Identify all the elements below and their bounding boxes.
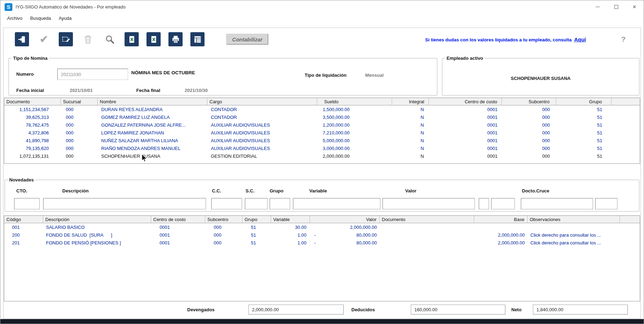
cto-label: CTO. [16, 188, 27, 193]
detalle-cell: 2,000,000.00 [474, 231, 528, 239]
cc-input[interactable] [211, 198, 242, 209]
svg-text:X: X [152, 37, 155, 42]
empleados-row-6[interactable]: 1,072,135,131000SCHOPENHAUER SUSANAGESTI… [4, 152, 640, 160]
docto-cruce-label: Docto.Cruce [522, 188, 549, 193]
titlebar[interactable]: S IYG-SIIGO Automatico de Novedades - Po… [0, 0, 644, 13]
search-icon [104, 34, 115, 45]
window-title: IYG-SIIGO Automatico de Novedades - Por … [16, 4, 126, 10]
empleados-row-2[interactable]: 78,762,475000GONZALEZ PATERNINA JOSE ALF… [4, 121, 640, 129]
empleados-header-7: Subcentro [502, 98, 556, 105]
printer-icon [171, 35, 180, 44]
empleados-cell: 000 [502, 113, 556, 121]
totals-bar: Devengados 2,000,000.00 Deducidos 160,00… [4, 305, 640, 316]
maximize-icon [614, 5, 618, 9]
detalle-row-1[interactable]: 200FONDO DE SALUD [SURA ]0001000511.00-8… [4, 231, 640, 239]
aux1-input[interactable] [479, 198, 489, 209]
empleados-cell: SCHOPENHAUER SUSANA [98, 152, 207, 160]
empleados-cell: CONTADOR [207, 105, 317, 113]
valor-input[interactable] [383, 198, 475, 209]
maximize-button[interactable] [607, 0, 625, 13]
minimize-icon [596, 7, 600, 7]
empleados-cell: 51 [556, 144, 611, 152]
help-message-text: Si tienes dudas con los valores liquidad… [425, 37, 572, 42]
edit-selection-button[interactable] [59, 32, 73, 46]
help-link-aqui[interactable]: Aquí [574, 36, 586, 42]
detalle-cell: 001 [4, 223, 43, 231]
deducidos-label: Deducidos [351, 307, 375, 312]
excel-export-button[interactable]: X [125, 32, 139, 46]
empleados-cell: 79,135,620 [4, 144, 61, 152]
empleados-cell: 0001 [429, 152, 502, 160]
empleados-cell: 2,000,000.00 [317, 152, 392, 160]
empleados-cell: 000 [61, 129, 98, 137]
svg-text:X: X [130, 37, 133, 42]
numero-label: Numero [16, 71, 34, 77]
empleados-cell: 0001 [429, 137, 502, 144]
close-button[interactable]: ✕ [625, 0, 644, 13]
menu-busqueda[interactable]: Busqueda [27, 15, 54, 22]
detalle-row-0[interactable]: 001SALARIO BASICO00010005130.002,000,000… [4, 223, 640, 231]
empleados-cell: 000 [502, 105, 556, 113]
menu-archivo[interactable]: Archivo [4, 15, 25, 22]
detalle-header-5: Variable [271, 216, 310, 223]
numero-input[interactable]: 20211030 [57, 69, 128, 80]
devengados-value: 2,000,000.00 [252, 307, 279, 312]
fecha-final-value: 2021/10/30 [185, 88, 208, 93]
empleados-header-8: Grupo [556, 98, 611, 105]
empleados-header-4: Sueldo [317, 98, 392, 105]
grupo-label: Grupo [270, 188, 283, 193]
detalle-row-2[interactable]: 201FONDO DE PENSIÓ [PENSIONES ]000100051… [4, 239, 640, 247]
cto-input[interactable] [14, 198, 40, 209]
aux3-input[interactable] [595, 198, 617, 209]
selection-rect-icon [61, 35, 71, 44]
empleados-cell: 000 [502, 129, 556, 137]
empleados-row-0[interactable]: 1,151,234,567000DURAN REYES ALEJANDRACON… [4, 105, 640, 113]
detalle-header-9: Observaciones [528, 216, 620, 223]
detalle-cell: 2,000,000.00 [310, 223, 380, 231]
menubar: Archivo Busqueda Ayuda [0, 13, 644, 23]
empleados-cell: 1,200,000.00 [317, 121, 392, 129]
empleados-cell: N [392, 121, 429, 129]
empleados-cell-filler [611, 113, 640, 121]
accounting-book-button[interactable] [190, 32, 205, 46]
docto-cruce-input[interactable] [521, 198, 593, 209]
empleados-cell: 0001 [429, 129, 502, 137]
detalle-cell: -80,000.00 [310, 239, 380, 247]
contabilizar-button[interactable]: Contabilizar [226, 34, 268, 45]
print-button[interactable] [168, 32, 183, 46]
devengados-box: 2,000,000.00 [248, 305, 344, 314]
delete-button[interactable] [81, 32, 95, 46]
sc-input[interactable] [245, 198, 268, 209]
empleados-cell: 000 [502, 137, 556, 144]
descripcion-input[interactable] [43, 198, 206, 209]
minimize-button[interactable] [588, 0, 607, 13]
detalle-cell: 30.00 [271, 223, 310, 231]
detalle-cell: 51 [242, 231, 271, 239]
empleados-cell: N [392, 113, 429, 121]
empleados-header-5: Integral [392, 98, 429, 105]
detalle-cell: 51 [242, 239, 271, 247]
exit-button[interactable] [15, 32, 29, 46]
confirm-button[interactable]: ✔ [37, 32, 51, 46]
empleados-row-4[interactable]: 41,890,798000NUÑEZ SALAZAR MARTHA LILIAN… [4, 137, 640, 144]
help-button[interactable]: ? [621, 35, 626, 44]
search-button[interactable] [103, 32, 117, 46]
aux2-input[interactable] [491, 198, 515, 209]
empleados-row-3[interactable]: 4,372,806000LOPEZ RAMIREZ JONATHANAUXILI… [4, 129, 640, 137]
empleados-cell: AUXILIAR AUDIOVISUALES [207, 137, 317, 144]
deducidos-value: 160,000.00 [414, 307, 437, 312]
empleados-cell: AUXILIAR AUDIOVISUALES [207, 144, 317, 152]
excel-open-button[interactable]: X [146, 32, 161, 46]
empleados-row-1[interactable]: 39,625,313000GOMEZ RAMIREZ LUZ ANGELACON… [4, 113, 640, 121]
empleados-header-row: DocumentoSucursalNombreCargoSueldoIntegr… [4, 98, 640, 105]
grupo-input[interactable] [270, 198, 290, 209]
variable-input[interactable] [293, 198, 380, 209]
menu-ayuda[interactable]: Ayuda [56, 15, 75, 22]
neto-box: 1,840,000.00 [533, 305, 628, 314]
empleados-cell: 3,000,000.00 [317, 144, 392, 152]
empleados-cell: 1,072,135,131 [4, 152, 61, 160]
detalle-cell: SALARIO BASICO [43, 223, 151, 231]
empleado-activo-groupbox: Empleado activo SCHOPENHAUER SUSANA [442, 56, 639, 96]
empleados-row-5[interactable]: 79,135,620000RIAÑO MENDOZA ANDRES MANUEL… [4, 144, 640, 152]
detalle-header-3: Subcentro [205, 216, 242, 223]
